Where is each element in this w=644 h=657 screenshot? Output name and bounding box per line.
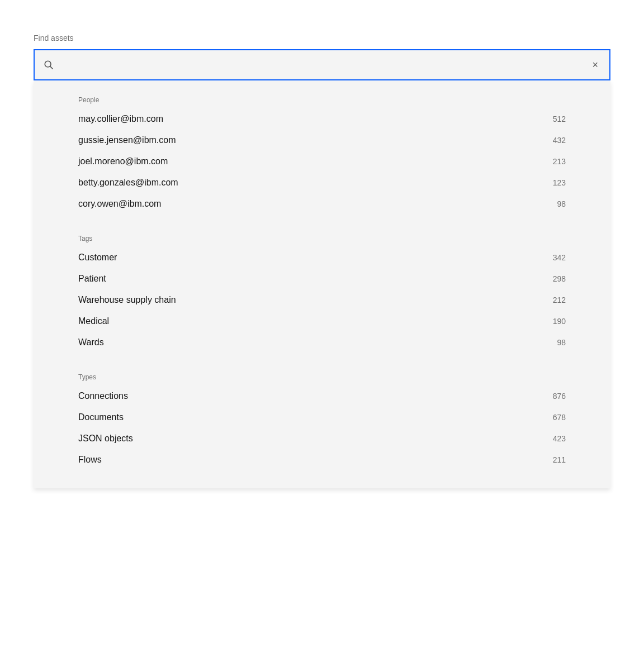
search-input[interactable] — [60, 60, 590, 70]
section-header-types: Types — [34, 366, 610, 385]
list-item-tags-3[interactable]: Medical190 — [34, 311, 610, 332]
section-people: Peoplemay.collier@ibm.com512gussie.jense… — [34, 89, 610, 215]
section-header-tags: Tags — [34, 228, 610, 247]
svg-line-1 — [50, 66, 53, 69]
list-item-types-0[interactable]: Connections876 — [34, 385, 610, 407]
item-count: 123 — [553, 178, 566, 187]
item-label: Documents — [78, 412, 124, 422]
section-divider — [34, 358, 610, 366]
section-divider — [34, 219, 610, 228]
item-label: Wards — [78, 337, 104, 347]
item-label: Patient — [78, 274, 106, 284]
item-label: cory.owen@ibm.com — [78, 199, 161, 209]
item-label: Warehouse supply chain — [78, 295, 176, 305]
list-item-types-1[interactable]: Documents678 — [34, 407, 610, 428]
list-item-types-2[interactable]: JSON objects423 — [34, 428, 610, 449]
item-count: 512 — [553, 115, 566, 123]
item-count: 211 — [553, 455, 566, 464]
item-count: 298 — [553, 274, 566, 283]
section-tags: TagsCustomer342Patient298Warehouse suppl… — [34, 228, 610, 353]
item-count: 190 — [553, 317, 566, 326]
list-item-people-4[interactable]: cory.owen@ibm.com98 — [34, 193, 610, 215]
search-box: × — [34, 49, 610, 80]
item-count: 876 — [553, 392, 566, 401]
list-item-types-3[interactable]: Flows211 — [34, 449, 610, 470]
item-count: 432 — [553, 136, 566, 145]
item-count: 98 — [557, 338, 566, 347]
item-count: 423 — [553, 434, 566, 443]
section-header-people: People — [34, 89, 610, 108]
item-count: 342 — [553, 253, 566, 262]
dropdown-panel: Peoplemay.collier@ibm.com512gussie.jense… — [34, 80, 610, 488]
item-label: gussie.jensen@ibm.com — [78, 135, 176, 145]
search-icon — [44, 60, 54, 70]
item-label: betty.gonzales@ibm.com — [78, 178, 178, 188]
list-item-tags-2[interactable]: Warehouse supply chain212 — [34, 289, 610, 311]
item-label: joel.moreno@ibm.com — [78, 156, 168, 166]
item-count: 678 — [553, 413, 566, 422]
list-item-tags-4[interactable]: Wards98 — [34, 332, 610, 353]
item-label: Flows — [78, 455, 102, 465]
item-label: Medical — [78, 316, 109, 326]
section-types: TypesConnections876Documents678JSON obje… — [34, 366, 610, 470]
item-label: may.collier@ibm.com — [78, 114, 163, 124]
list-item-people-1[interactable]: gussie.jensen@ibm.com432 — [34, 130, 610, 151]
find-assets-label: Find assets — [34, 34, 610, 42]
clear-icon[interactable]: × — [590, 57, 600, 73]
list-item-people-2[interactable]: joel.moreno@ibm.com213 — [34, 151, 610, 172]
list-item-people-3[interactable]: betty.gonzales@ibm.com123 — [34, 172, 610, 193]
item-label: Customer — [78, 253, 117, 263]
item-count: 212 — [553, 296, 566, 304]
list-item-people-0[interactable]: may.collier@ibm.com512 — [34, 108, 610, 130]
list-item-tags-1[interactable]: Patient298 — [34, 268, 610, 289]
item-count: 213 — [553, 157, 566, 166]
item-label: JSON objects — [78, 434, 133, 444]
item-label: Connections — [78, 391, 128, 401]
list-item-tags-0[interactable]: Customer342 — [34, 247, 610, 268]
page-container: Find assets × Peoplemay.collier@ibm.com5… — [0, 34, 644, 488]
item-count: 98 — [557, 199, 566, 208]
